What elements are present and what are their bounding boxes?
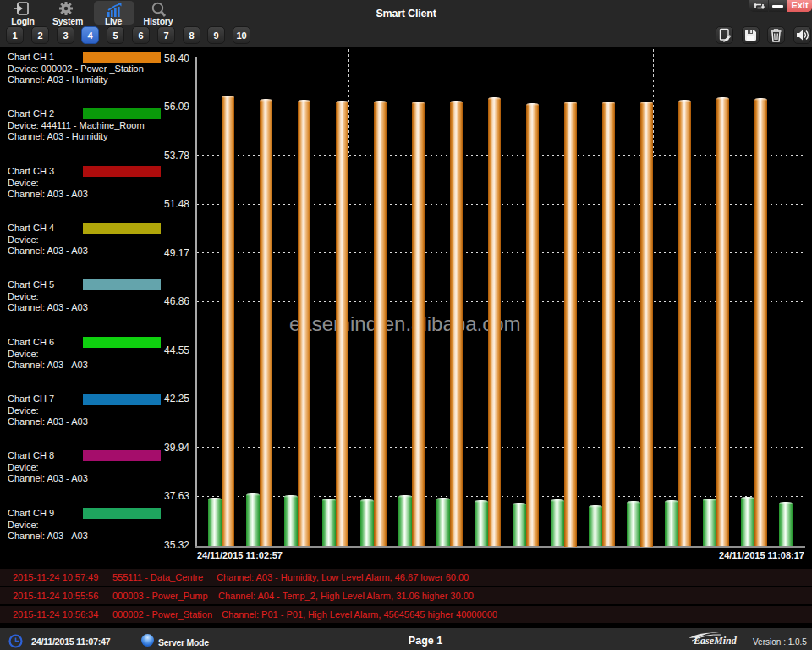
svg-text:EaseMind: EaseMind <box>693 635 738 647</box>
